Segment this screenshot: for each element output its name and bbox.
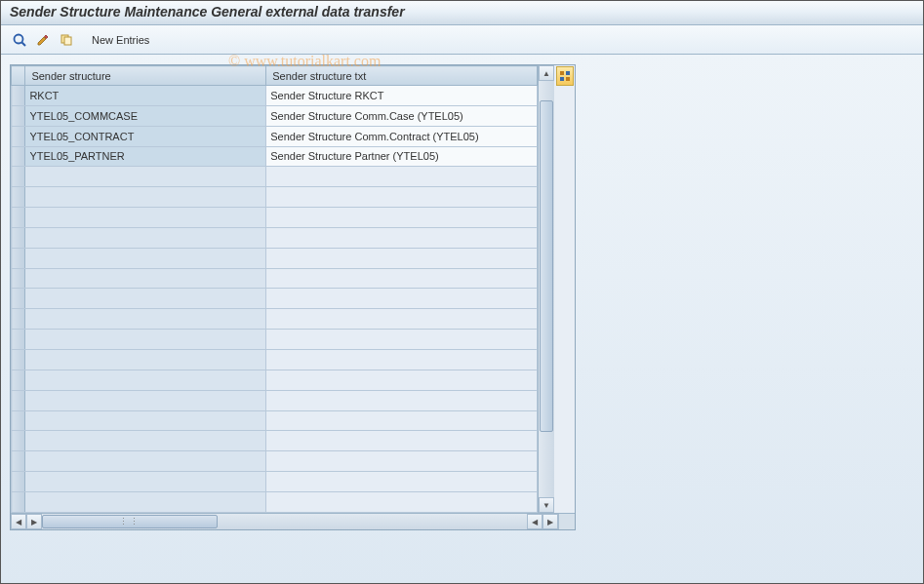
cell-structure[interactable]: [25, 268, 266, 289]
cell-text[interactable]: [266, 370, 538, 390]
cell-structure[interactable]: [25, 390, 266, 410]
cell-structure[interactable]: [25, 330, 266, 350]
row-selector[interactable]: [12, 248, 25, 268]
vscroll-thumb[interactable]: [540, 100, 553, 432]
cell-text[interactable]: Sender Structure RKCT: [266, 86, 538, 106]
row-selector[interactable]: [12, 126, 25, 146]
row-selector[interactable]: [12, 289, 25, 309]
sender-structure-table: Sender structure Sender structure txt RK…: [11, 65, 538, 513]
row-selector[interactable]: [12, 491, 25, 512]
column-header-structure[interactable]: Sender structure: [25, 66, 266, 86]
table-row: RKCTSender Structure RKCT: [12, 86, 538, 106]
cell-structure[interactable]: [25, 370, 266, 390]
display-details-button[interactable]: [10, 30, 29, 50]
cell-structure[interactable]: [25, 472, 266, 492]
cell-structure[interactable]: [25, 431, 266, 451]
cell-structure[interactable]: [25, 167, 266, 187]
table-settings-button[interactable]: [556, 66, 574, 86]
cell-structure[interactable]: YTEL05_PARTNER: [25, 146, 266, 167]
scroll-right-arrow[interactable]: ▶: [542, 514, 558, 529]
cell-structure[interactable]: [25, 227, 266, 248]
cell-text[interactable]: [266, 187, 538, 208]
row-selector[interactable]: [12, 187, 25, 208]
row-selector[interactable]: [12, 330, 25, 350]
cell-structure[interactable]: [25, 187, 266, 208]
table-control: Sender structure Sender structure txt RK…: [10, 64, 576, 530]
cell-text[interactable]: [266, 227, 538, 248]
cell-structure[interactable]: [25, 248, 266, 268]
scroll-left-arrow[interactable]: ◀: [11, 514, 26, 529]
scroll-down-arrow[interactable]: ▼: [539, 497, 554, 513]
table-row: YTEL05_PARTNERSender Structure Partner (…: [12, 146, 538, 167]
cell-text[interactable]: [266, 268, 538, 289]
cell-text[interactable]: [266, 208, 538, 228]
cell-text[interactable]: Sender Structure Comm.Case (YTEL05): [266, 105, 538, 126]
scroll-right-fast-arrow[interactable]: ◀: [527, 514, 542, 529]
new-entries-button[interactable]: New Entries: [86, 32, 155, 48]
svg-rect-7: [566, 77, 570, 81]
cell-structure[interactable]: [25, 309, 266, 330]
table-row: [12, 227, 538, 248]
row-selector[interactable]: [12, 309, 25, 330]
row-selector[interactable]: [12, 370, 25, 390]
cell-text[interactable]: [266, 410, 538, 431]
cell-structure[interactable]: [25, 451, 266, 472]
table-row: [12, 390, 538, 410]
cell-text[interactable]: [266, 451, 538, 472]
horizontal-scrollbar[interactable]: ◀ ▶ ⋮⋮ ◀ ▶: [11, 513, 575, 529]
cell-structure[interactable]: [25, 491, 266, 512]
cell-text[interactable]: [266, 330, 538, 350]
cell-text[interactable]: Sender Structure Comm.Contract (YTEL05): [266, 126, 538, 146]
row-selector[interactable]: [12, 167, 25, 187]
cell-text[interactable]: [266, 289, 538, 309]
cell-text[interactable]: [266, 491, 538, 512]
svg-point-0: [15, 34, 23, 43]
row-selector[interactable]: [12, 390, 25, 410]
row-selector[interactable]: [12, 472, 25, 492]
table-row: [12, 208, 538, 228]
cell-text[interactable]: [266, 309, 538, 330]
vertical-scrollbar[interactable]: ▲ ▼: [538, 65, 554, 513]
row-selector-header[interactable]: [12, 66, 25, 86]
row-selector[interactable]: [12, 208, 25, 228]
cell-text[interactable]: [266, 390, 538, 410]
cell-text[interactable]: [266, 472, 538, 492]
row-selector[interactable]: [12, 410, 25, 431]
table-row: [12, 167, 538, 187]
cell-text[interactable]: [266, 349, 538, 370]
scroll-up-arrow[interactable]: ▲: [539, 65, 554, 81]
vscroll-track[interactable]: [539, 100, 554, 497]
table-row: [12, 349, 538, 370]
row-selector[interactable]: [12, 431, 25, 451]
content-area: Sender structure Sender structure txt RK…: [0, 55, 924, 584]
cell-structure[interactable]: YTEL05_CONTRACT: [25, 126, 266, 146]
row-selector[interactable]: [12, 146, 25, 167]
row-selector[interactable]: [12, 86, 25, 106]
cell-structure[interactable]: [25, 208, 266, 228]
cell-structure[interactable]: RKCT: [25, 86, 266, 106]
cell-text[interactable]: [266, 431, 538, 451]
window-title: Sender Structure Maintenance General ext…: [10, 4, 405, 19]
table-row: [12, 472, 538, 492]
cell-structure[interactable]: YTEL05_COMMCASE: [25, 105, 266, 126]
column-header-text[interactable]: Sender structure txt: [266, 66, 538, 86]
row-selector[interactable]: [12, 227, 25, 248]
table-row: [12, 309, 538, 330]
row-selector[interactable]: [12, 349, 25, 370]
cell-text[interactable]: Sender Structure Partner (YTEL05): [266, 146, 538, 167]
cell-structure[interactable]: [25, 349, 266, 370]
scroll-left-fast-arrow[interactable]: ▶: [26, 514, 42, 529]
change-toggle-button[interactable]: [33, 30, 53, 50]
cell-text[interactable]: [266, 167, 538, 187]
cell-text[interactable]: [266, 248, 538, 268]
cell-structure[interactable]: [25, 289, 266, 309]
hscroll-thumb[interactable]: ⋮⋮: [42, 515, 218, 528]
cell-structure[interactable]: [25, 410, 266, 431]
table-row: [12, 451, 538, 472]
table-row: [12, 187, 538, 208]
row-selector[interactable]: [12, 451, 25, 472]
hscroll-track-left[interactable]: ⋮⋮: [42, 514, 327, 529]
row-selector[interactable]: [12, 105, 25, 126]
row-selector[interactable]: [12, 268, 25, 289]
copy-button[interactable]: [57, 30, 76, 50]
